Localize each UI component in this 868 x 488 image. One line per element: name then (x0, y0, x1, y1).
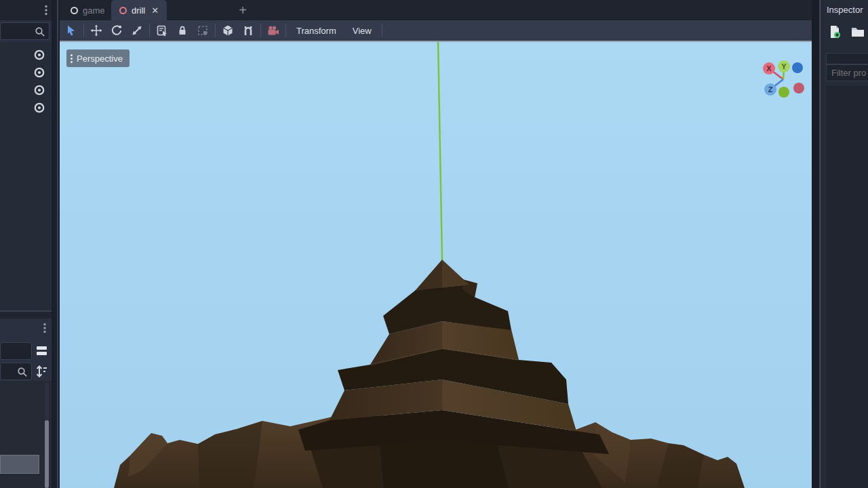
rotate-icon (111, 24, 123, 37)
search-icon (35, 26, 45, 37)
file-sort-button[interactable] (34, 363, 50, 380)
filesystem-dock-header (0, 319, 52, 381)
resource-name-bar[interactable] (826, 53, 868, 64)
toolbar-separator (260, 24, 261, 37)
filter-properties-field[interactable] (826, 64, 868, 81)
left-dock-splitter[interactable] (52, 0, 60, 488)
selected-file-item[interactable] (0, 455, 39, 474)
scale-icon (131, 24, 143, 37)
visibility-toggle[interactable] (33, 66, 46, 79)
toolbar-separator (149, 24, 150, 37)
lock-icon (176, 24, 189, 37)
axis-x-label: X (766, 64, 772, 73)
inspector-title: Inspector (827, 5, 863, 15)
visibility-toggle[interactable] (33, 101, 46, 115)
axis-negative-y-ball[interactable] (778, 87, 789, 98)
axis-y-label: Y (781, 62, 787, 70)
group-icon (197, 24, 209, 37)
drill-cone-shade (415, 260, 442, 291)
viewport-menu-icon (71, 54, 73, 63)
toolbar-separator (285, 24, 286, 37)
magnet-icon (242, 24, 254, 37)
scrollbar-thumb[interactable] (45, 420, 49, 488)
inspector-dock: Inspector (822, 0, 868, 488)
dock-menu-icon[interactable] (42, 5, 50, 16)
inspector-content (826, 86, 868, 488)
axis-negative-z-ball[interactable] (792, 62, 803, 73)
group-button[interactable] (193, 22, 213, 39)
axis-z-label: Z (768, 85, 773, 94)
axis-negative-x-ball[interactable] (793, 83, 804, 94)
move-mode-button[interactable] (86, 22, 106, 39)
select-mode-button[interactable] (61, 22, 81, 39)
eye-icon (33, 48, 46, 62)
list-select-icon (156, 24, 168, 37)
new-resource-icon (827, 24, 842, 39)
scene-render (60, 42, 812, 488)
scene-dock-header (0, 0, 52, 20)
tab-drill[interactable]: drill ✕ (111, 0, 167, 20)
godot-editor-window: game drill ✕ + (0, 0, 868, 488)
move-icon (90, 24, 102, 37)
local-space-button[interactable] (218, 22, 238, 39)
dock-menu-icon[interactable] (41, 323, 49, 333)
search-icon (17, 367, 28, 378)
cursor-arrow-icon (65, 24, 77, 37)
axis-gizmo[interactable]: X Y Z (751, 52, 810, 100)
filesystem-path-input[interactable] (0, 342, 32, 360)
close-tab-icon[interactable]: ✕ (151, 5, 159, 16)
scene-tree-panel (0, 42, 52, 312)
toolbar-separator (215, 24, 216, 37)
filter-properties-input[interactable] (827, 65, 868, 78)
viewport-3d[interactable]: Perspective X Y Z (60, 42, 812, 488)
visibility-toggle[interactable] (33, 83, 46, 97)
toolbar-separator (83, 24, 84, 37)
toggle-split-mode-button[interactable] (34, 343, 50, 359)
film-camera-icon (267, 24, 280, 37)
new-resource-button[interactable] (827, 24, 842, 39)
toolbar-separator (382, 24, 382, 37)
list-select-button[interactable] (152, 22, 172, 39)
dock-divider[interactable] (0, 312, 52, 319)
left-dock-splitter-line (57, 0, 58, 488)
load-resource-button[interactable] (850, 24, 865, 39)
tab-game[interactable]: game (62, 0, 113, 20)
scale-mode-button[interactable] (127, 22, 147, 39)
lock-button[interactable] (172, 22, 193, 39)
scene-filter-input[interactable] (0, 22, 50, 40)
split-mode-icon (34, 343, 50, 359)
folder-icon (850, 24, 865, 39)
projection-menu[interactable]: Perspective (66, 49, 130, 67)
sort-icon (34, 363, 50, 380)
visibility-toggle[interactable] (33, 48, 46, 62)
scene-filter-bar (0, 20, 52, 42)
snap-toggle-button[interactable] (238, 22, 258, 39)
tab-label: game (83, 5, 105, 16)
right-dock-splitter-line (819, 0, 821, 488)
cube-icon (222, 24, 234, 37)
eye-icon (33, 83, 46, 97)
camera-preview-button[interactable] (263, 22, 283, 39)
scene-tab-bar: game drill ✕ + (60, 0, 812, 20)
rotate-mode-button[interactable] (106, 22, 127, 39)
selection-axis-line (438, 42, 442, 260)
filesystem-filter-input[interactable] (0, 363, 32, 380)
view-menu[interactable]: View (344, 22, 380, 39)
mountain-shadow (198, 421, 262, 488)
scene-icon (119, 7, 127, 14)
eye-icon (33, 101, 46, 115)
file-list-panel (0, 381, 52, 488)
new-scene-tab-button[interactable]: + (235, 1, 251, 19)
scene-icon (71, 7, 78, 14)
projection-label: Perspective (77, 54, 123, 64)
eye-icon (33, 66, 46, 79)
spatial-toolbar: Transform View (60, 20, 812, 42)
tab-label: drill (132, 5, 145, 16)
transform-menu[interactable]: Transform (288, 22, 344, 39)
